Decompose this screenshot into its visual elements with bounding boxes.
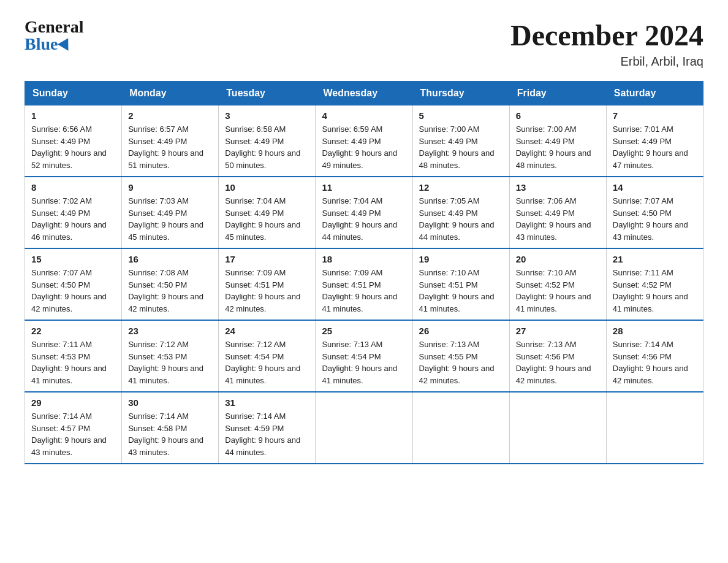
logo-general-text: General: [25, 18, 83, 36]
day-cell-19: 19Sunrise: 7:10 AMSunset: 4:51 PMDayligh…: [412, 248, 509, 320]
day-info: Sunrise: 6:57 AMSunset: 4:49 PMDaylight:…: [128, 123, 212, 171]
day-number: 8: [31, 182, 115, 193]
day-info: Sunrise: 7:05 AMSunset: 4:49 PMDaylight:…: [419, 195, 503, 243]
day-info: Sunrise: 7:01 AMSunset: 4:49 PMDaylight:…: [613, 123, 697, 171]
day-info: Sunrise: 6:59 AMSunset: 4:49 PMDaylight:…: [322, 123, 406, 171]
day-number: 19: [419, 254, 503, 264]
day-info: Sunrise: 7:02 AMSunset: 4:49 PMDaylight:…: [31, 195, 115, 243]
weekday-header-sunday: Sunday: [25, 82, 122, 105]
week-row-4: 22Sunrise: 7:11 AMSunset: 4:53 PMDayligh…: [25, 320, 703, 392]
day-number: 11: [322, 182, 406, 193]
day-cell-9: 9Sunrise: 7:03 AMSunset: 4:49 PMDaylight…: [122, 177, 219, 248]
logo-triangle-icon: [58, 38, 74, 54]
day-cell-1: 1Sunrise: 6:56 AMSunset: 4:49 PMDaylight…: [25, 105, 122, 177]
day-number: 9: [128, 182, 212, 193]
day-cell-30: 30Sunrise: 7:14 AMSunset: 4:58 PMDayligh…: [122, 392, 219, 464]
day-number: 3: [225, 110, 309, 121]
day-number: 30: [128, 397, 212, 408]
empty-cell: [606, 392, 703, 464]
weekday-header-friday: Friday: [509, 82, 606, 105]
day-number: 31: [225, 397, 309, 408]
day-cell-24: 24Sunrise: 7:12 AMSunset: 4:54 PMDayligh…: [219, 320, 316, 392]
day-cell-14: 14Sunrise: 7:07 AMSunset: 4:50 PMDayligh…: [606, 177, 703, 248]
day-cell-3: 3Sunrise: 6:58 AMSunset: 4:49 PMDaylight…: [219, 105, 316, 177]
day-info: Sunrise: 7:03 AMSunset: 4:49 PMDaylight:…: [128, 195, 212, 243]
day-cell-23: 23Sunrise: 7:12 AMSunset: 4:53 PMDayligh…: [122, 320, 219, 392]
day-cell-8: 8Sunrise: 7:02 AMSunset: 4:49 PMDaylight…: [25, 177, 122, 248]
day-number: 21: [613, 254, 697, 264]
weekday-header-saturday: Saturday: [606, 82, 703, 105]
empty-cell: [412, 392, 509, 464]
day-cell-31: 31Sunrise: 7:14 AMSunset: 4:59 PMDayligh…: [219, 392, 316, 464]
day-number: 10: [225, 182, 309, 193]
day-cell-20: 20Sunrise: 7:10 AMSunset: 4:52 PMDayligh…: [509, 248, 606, 320]
day-number: 24: [225, 326, 309, 336]
empty-cell: [509, 392, 606, 464]
day-info: Sunrise: 7:14 AMSunset: 4:59 PMDaylight:…: [225, 410, 309, 458]
day-cell-27: 27Sunrise: 7:13 AMSunset: 4:56 PMDayligh…: [509, 320, 606, 392]
day-cell-2: 2Sunrise: 6:57 AMSunset: 4:49 PMDaylight…: [122, 105, 219, 177]
day-cell-15: 15Sunrise: 7:07 AMSunset: 4:50 PMDayligh…: [25, 248, 122, 320]
day-number: 23: [128, 326, 212, 336]
day-cell-21: 21Sunrise: 7:11 AMSunset: 4:52 PMDayligh…: [606, 248, 703, 320]
day-number: 13: [516, 182, 600, 193]
day-cell-10: 10Sunrise: 7:04 AMSunset: 4:49 PMDayligh…: [219, 177, 316, 248]
day-number: 4: [322, 110, 406, 121]
day-info: Sunrise: 7:14 AMSunset: 4:57 PMDaylight:…: [31, 410, 115, 458]
day-cell-28: 28Sunrise: 7:14 AMSunset: 4:56 PMDayligh…: [606, 320, 703, 392]
day-number: 16: [128, 254, 212, 264]
day-info: Sunrise: 7:14 AMSunset: 4:56 PMDaylight:…: [613, 339, 697, 386]
day-info: Sunrise: 7:14 AMSunset: 4:58 PMDaylight:…: [128, 410, 212, 458]
day-number: 18: [322, 254, 406, 264]
day-number: 29: [31, 397, 115, 408]
day-number: 22: [31, 326, 115, 336]
day-number: 15: [31, 254, 115, 264]
day-cell-26: 26Sunrise: 7:13 AMSunset: 4:55 PMDayligh…: [412, 320, 509, 392]
calendar-table: SundayMondayTuesdayWednesdayThursdayFrid…: [25, 81, 703, 464]
day-cell-25: 25Sunrise: 7:13 AMSunset: 4:54 PMDayligh…: [316, 320, 412, 392]
day-info: Sunrise: 7:10 AMSunset: 4:51 PMDaylight:…: [419, 267, 503, 315]
day-number: 26: [419, 326, 503, 336]
day-number: 7: [613, 110, 697, 121]
day-info: Sunrise: 7:04 AMSunset: 4:49 PMDaylight:…: [225, 195, 309, 243]
day-info: Sunrise: 7:08 AMSunset: 4:50 PMDaylight:…: [128, 267, 212, 315]
day-info: Sunrise: 6:56 AMSunset: 4:49 PMDaylight:…: [31, 123, 115, 171]
day-info: Sunrise: 7:10 AMSunset: 4:52 PMDaylight:…: [516, 267, 600, 315]
empty-cell: [316, 392, 412, 464]
location-subtitle: Erbil, Arbil, Iraq: [510, 55, 703, 69]
day-info: Sunrise: 6:58 AMSunset: 4:49 PMDaylight:…: [225, 123, 309, 171]
day-info: Sunrise: 7:09 AMSunset: 4:51 PMDaylight:…: [322, 267, 406, 315]
day-info: Sunrise: 7:13 AMSunset: 4:54 PMDaylight:…: [322, 339, 406, 386]
day-number: 2: [128, 110, 212, 121]
day-info: Sunrise: 7:00 AMSunset: 4:49 PMDaylight:…: [419, 123, 503, 171]
weekday-header-tuesday: Tuesday: [219, 82, 316, 105]
logo: General Blue: [25, 18, 83, 53]
day-cell-4: 4Sunrise: 6:59 AMSunset: 4:49 PMDaylight…: [316, 105, 412, 177]
day-info: Sunrise: 7:04 AMSunset: 4:49 PMDaylight:…: [322, 195, 406, 243]
day-info: Sunrise: 7:07 AMSunset: 4:50 PMDaylight:…: [613, 195, 697, 243]
days-of-week-row: SundayMondayTuesdayWednesdayThursdayFrid…: [25, 82, 703, 105]
day-info: Sunrise: 7:13 AMSunset: 4:56 PMDaylight:…: [516, 339, 600, 386]
day-number: 20: [516, 254, 600, 264]
day-cell-6: 6Sunrise: 7:00 AMSunset: 4:49 PMDaylight…: [509, 105, 606, 177]
day-cell-11: 11Sunrise: 7:04 AMSunset: 4:49 PMDayligh…: [316, 177, 412, 248]
day-info: Sunrise: 7:06 AMSunset: 4:49 PMDaylight:…: [516, 195, 600, 243]
day-cell-16: 16Sunrise: 7:08 AMSunset: 4:50 PMDayligh…: [122, 248, 219, 320]
day-number: 1: [31, 110, 115, 121]
page-header: General Blue December 2024 Erbil, Arbil,…: [25, 18, 703, 69]
day-cell-17: 17Sunrise: 7:09 AMSunset: 4:51 PMDayligh…: [219, 248, 316, 320]
day-info: Sunrise: 7:11 AMSunset: 4:53 PMDaylight:…: [31, 339, 115, 386]
month-title: December 2024: [510, 18, 703, 52]
title-area: December 2024 Erbil, Arbil, Iraq: [510, 18, 703, 69]
day-number: 27: [516, 326, 600, 336]
day-info: Sunrise: 7:12 AMSunset: 4:54 PMDaylight:…: [225, 339, 309, 386]
week-row-1: 1Sunrise: 6:56 AMSunset: 4:49 PMDaylight…: [25, 105, 703, 177]
week-row-2: 8Sunrise: 7:02 AMSunset: 4:49 PMDaylight…: [25, 177, 703, 248]
day-info: Sunrise: 7:13 AMSunset: 4:55 PMDaylight:…: [419, 339, 503, 386]
day-number: 25: [322, 326, 406, 336]
day-number: 14: [613, 182, 697, 193]
day-cell-7: 7Sunrise: 7:01 AMSunset: 4:49 PMDaylight…: [606, 105, 703, 177]
day-number: 12: [419, 182, 503, 193]
weekday-header-thursday: Thursday: [412, 82, 509, 105]
day-info: Sunrise: 7:12 AMSunset: 4:53 PMDaylight:…: [128, 339, 212, 386]
